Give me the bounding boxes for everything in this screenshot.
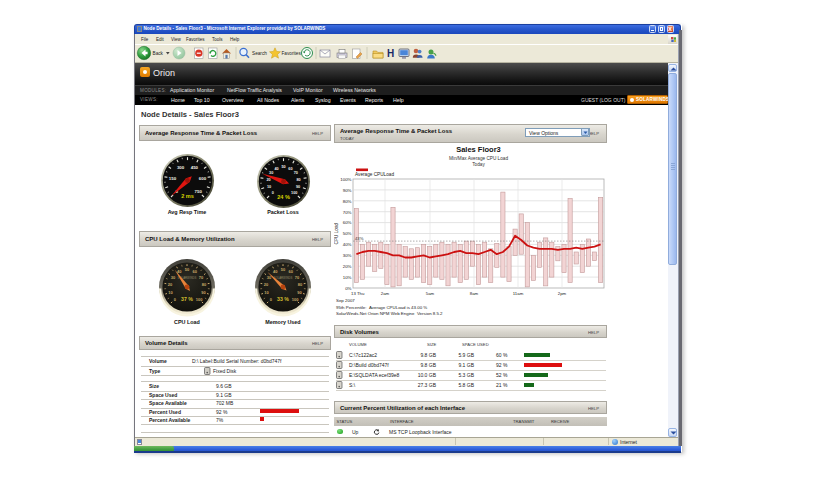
svg-text:100: 100 (196, 297, 203, 302)
svg-text:Back: Back (153, 51, 164, 56)
svg-text:95th Percentile: Average CPUL: 95th Percentile: Average CPULoad is 43.0… (336, 305, 427, 310)
svg-text:8am: 8am (470, 291, 479, 296)
svg-text:80: 80 (296, 177, 300, 181)
svg-text:33 %: 33 % (277, 296, 289, 302)
svg-text:43%: 43% (355, 236, 364, 241)
svg-text:30%: 30% (343, 253, 352, 258)
svg-text:CPU Load: CPU Load (334, 222, 339, 244)
svg-text:60: 60 (288, 166, 292, 170)
svg-text:Min/Max Average CPU Load: Min/Max Average CPU Load (449, 156, 508, 161)
svg-text:Sep 2007: Sep 2007 (336, 298, 355, 303)
svg-text:40: 40 (273, 269, 278, 274)
svg-text:90: 90 (295, 184, 299, 188)
svg-text:13 Thu: 13 Thu (351, 291, 365, 296)
svg-text:24 %: 24 % (277, 194, 290, 200)
svg-text:50%: 50% (343, 231, 352, 236)
svg-text:90: 90 (201, 290, 206, 295)
svg-text:60%: 60% (343, 220, 352, 225)
svg-text:2am: 2am (381, 291, 390, 296)
svg-text:150: 150 (168, 175, 176, 180)
svg-text:80: 80 (202, 282, 207, 287)
svg-text:2 ms: 2 ms (181, 193, 194, 199)
svg-text:Search: Search (252, 51, 267, 56)
svg-text:60: 60 (193, 269, 198, 274)
svg-text:H: H (387, 48, 394, 59)
svg-text:Average CPULoad: Average CPULoad (355, 172, 394, 177)
svg-text:10: 10 (168, 290, 173, 295)
svg-text:100: 100 (292, 297, 299, 302)
svg-text:450: 450 (190, 164, 198, 169)
svg-text:100: 100 (291, 190, 297, 194)
svg-text:70%: 70% (343, 210, 352, 215)
svg-text:20: 20 (168, 282, 173, 287)
svg-text:90%: 90% (343, 188, 352, 193)
svg-text:70: 70 (295, 275, 300, 280)
svg-text:SOLARWINDS: SOLARWINDS (274, 276, 293, 280)
svg-text:30: 30 (171, 275, 176, 280)
svg-text:90: 90 (297, 290, 302, 295)
svg-text:30: 30 (269, 171, 273, 175)
svg-text:40: 40 (274, 166, 278, 170)
svg-text:5am: 5am (426, 291, 435, 296)
svg-text:10: 10 (264, 290, 269, 295)
svg-text:60: 60 (289, 269, 294, 274)
svg-text:70: 70 (293, 171, 297, 175)
svg-text:750: 750 (194, 188, 202, 193)
svg-text:80%: 80% (343, 199, 352, 204)
svg-text:70: 70 (199, 275, 204, 280)
svg-text:Favorites: Favorites (282, 51, 302, 56)
svg-text:20: 20 (266, 177, 270, 181)
svg-text:Today: Today (472, 162, 485, 167)
svg-text:50: 50 (281, 267, 286, 272)
svg-text:100%: 100% (340, 177, 351, 182)
svg-text:SolarWinds.Net Orion NPM Web E: SolarWinds.Net Orion NPM Web Engine Vers… (336, 311, 443, 316)
svg-text:20%: 20% (343, 264, 352, 269)
svg-text:Sales Floor3: Sales Floor3 (456, 145, 501, 154)
svg-text:10%: 10% (343, 275, 352, 280)
svg-text:600: 600 (198, 175, 206, 180)
svg-text:2pm: 2pm (558, 291, 567, 296)
svg-text:11am: 11am (513, 291, 524, 296)
svg-text:80: 80 (298, 282, 303, 287)
svg-text:50: 50 (281, 164, 285, 168)
svg-text:300: 300 (176, 164, 184, 169)
svg-text:10: 10 (266, 184, 270, 188)
svg-text:20: 20 (264, 282, 269, 287)
svg-text:40%: 40% (343, 242, 352, 247)
svg-text:37 %: 37 % (181, 296, 193, 302)
svg-text:50: 50 (185, 267, 190, 272)
svg-text:0: 0 (271, 190, 273, 194)
